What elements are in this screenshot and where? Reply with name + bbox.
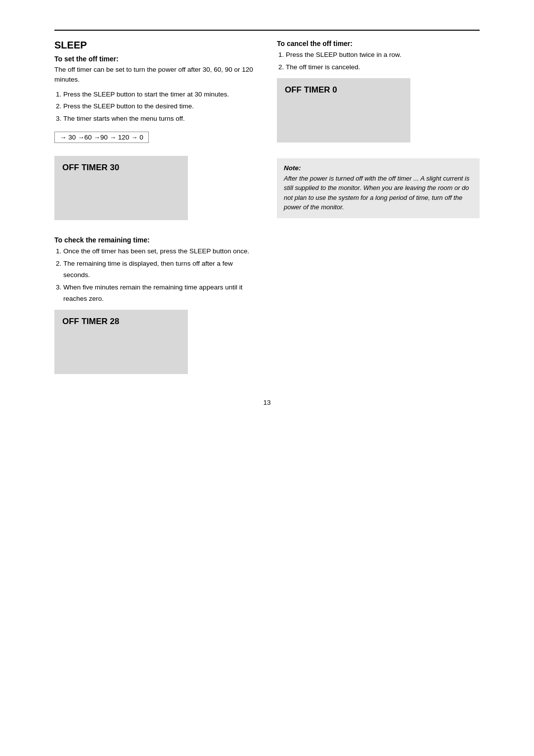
left-column: SLEEP To set the off timer: The off time… [54,40,257,379]
cancel-step-1: Press the SLEEP button twice in a row. [286,49,480,61]
set-step-1: Press the SLEEP button to start the time… [63,89,257,100]
set-step-2: Press the SLEEP button to the desired ti… [63,101,257,112]
cancel-off-timer-steps: Press the SLEEP button twice in a row. T… [286,49,480,73]
display-box-timer-30: OFF TIMER 30 [54,156,188,220]
cancel-off-timer-heading: To cancel the off timer: [277,40,480,47]
set-off-timer-steps: Press the SLEEP button to start the time… [63,89,257,125]
display-box-timer-28: OFF TIMER 28 [54,310,188,374]
cancel-step-2: The off timer is canceled. [286,62,480,73]
check-remaining-steps: Once the off timer has been set, press t… [63,246,257,305]
arrow-sequence: → 30 →60 →90 → 120 → 0 [54,132,149,143]
check-step-2: The remaining time is displayed, then tu… [63,258,257,281]
note-section: Note: After the power is turned off with… [277,158,480,218]
right-column: To cancel the off timer: Press the SLEEP… [277,40,480,379]
note-box: Note: After the power is turned off with… [277,158,480,218]
page: SLEEP To set the off timer: The off time… [44,0,490,446]
main-content: SLEEP To set the off timer: The off time… [54,40,480,379]
check-step-1: Once the off timer has been set, press t… [63,246,257,257]
set-step-3: The timer starts when the menu turns off… [63,113,257,125]
check-remaining-section: To check the remaining time: Once the of… [54,236,257,374]
check-remaining-heading: To check the remaining time: [54,236,257,244]
page-number: 13 [54,399,480,406]
top-border [54,30,480,31]
set-off-timer-heading: To set the off timer: [54,55,257,63]
display-box-timer-0: OFF TIMER 0 [277,78,410,142]
set-off-timer-description: The off timer can be set to turn the pow… [54,65,257,85]
note-text: After the power is turned off with the o… [284,174,473,212]
note-title: Note: [284,164,473,172]
section-title: SLEEP [54,40,257,51]
check-step-3: When five minutes remain the remaining t… [63,282,257,305]
